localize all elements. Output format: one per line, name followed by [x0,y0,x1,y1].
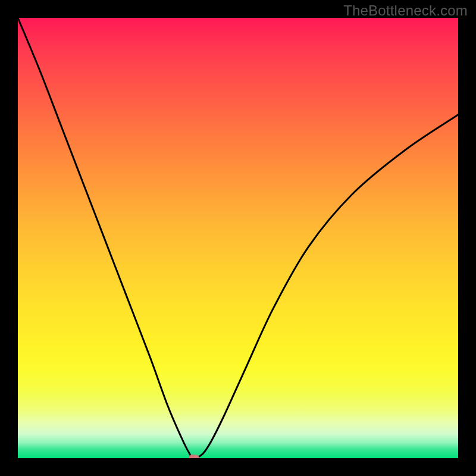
optimum-marker [189,455,199,458]
plot-area [18,18,458,458]
bottleneck-curve [18,18,458,458]
chart-frame: TheBottleneck.com [0,0,476,476]
watermark-text: TheBottleneck.com [343,2,468,19]
